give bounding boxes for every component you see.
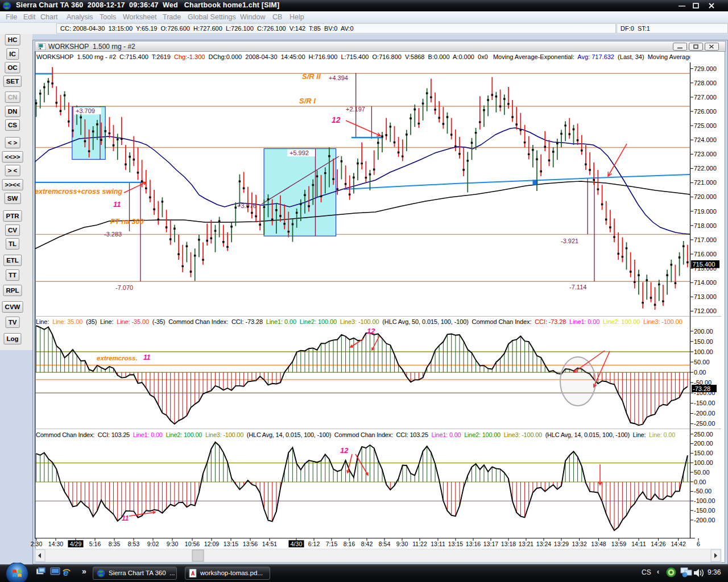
svg-text:-50.00: -50.00 (694, 488, 712, 494)
svg-text:716.000: 716.000 (694, 251, 717, 257)
svg-text:9:30: 9:30 (167, 541, 179, 547)
svg-text:13:15: 13:15 (224, 541, 238, 547)
svg-text:Line: Line: 35.00 (35) Line: Line: Line: 35.00 (35) Line: Line: -35.0… (36, 318, 682, 325)
svg-text:13:32: 13:32 (572, 541, 586, 547)
svg-text:13:59: 13:59 (611, 541, 626, 547)
svg-text:13:21: 13:21 (519, 541, 533, 547)
svg-text:2:30: 2:30 (31, 541, 43, 547)
svg-text:-150.00: -150.00 (694, 400, 715, 406)
svg-text:14:11: 14:11 (631, 541, 646, 547)
svg-text:726.000: 726.000 (694, 108, 717, 115)
svg-text:13:48: 13:48 (591, 541, 606, 547)
svg-text:-100.00: -100.00 (694, 497, 715, 504)
svg-text:»: » (82, 567, 86, 576)
svg-text:718.000: 718.000 (694, 222, 717, 229)
svg-text:13:15: 13:15 (448, 541, 463, 547)
svg-text:4/30: 4/30 (291, 541, 303, 547)
svg-text:725.000: 725.000 (694, 122, 717, 129)
svg-text:4/29: 4/29 (70, 541, 82, 547)
svg-text:719.000: 719.000 (694, 208, 717, 215)
svg-text:6:12: 6:12 (308, 541, 320, 547)
svg-text:0.00: 0.00 (694, 369, 706, 376)
svg-text:14:42: 14:42 (671, 541, 685, 547)
svg-text:10:56: 10:56 (185, 541, 200, 547)
svg-text:50.00: 50.00 (694, 469, 710, 476)
svg-text:100.00: 100.00 (694, 459, 713, 466)
svg-text:714.000: 714.000 (694, 279, 717, 286)
svg-text:13:18: 13:18 (501, 541, 516, 547)
svg-text:-7.114: -7.114 (569, 284, 586, 290)
svg-text:PT na 300: PT na 300 (110, 218, 143, 226)
svg-text:12:09: 12:09 (204, 541, 219, 547)
svg-text:715.400: 715.400 (693, 261, 715, 268)
svg-text:100.00: 100.00 (694, 348, 713, 355)
svg-text:7:15: 7:15 (326, 541, 338, 547)
svg-text:14:30: 14:30 (48, 541, 63, 547)
svg-text:724.000: 724.000 (694, 136, 717, 143)
svg-text:712.000: 712.000 (694, 307, 717, 314)
svg-text:713.000: 713.000 (694, 293, 717, 300)
svg-text:11: 11 (122, 514, 129, 522)
svg-text:+5.992: +5.992 (289, 149, 309, 156)
svg-text:13:24: 13:24 (536, 541, 551, 547)
svg-text:8:54: 8:54 (379, 541, 391, 547)
svg-text:e: e (63, 567, 68, 578)
svg-text:+2.197: +2.197 (346, 106, 365, 113)
svg-text:+3.709: +3.709 (76, 107, 95, 114)
svg-text:13:29: 13:29 (554, 541, 569, 547)
svg-text:50.00: 50.00 (694, 359, 710, 365)
svg-text:12: 12 (332, 115, 341, 124)
svg-text:200.00: 200.00 (694, 440, 713, 447)
svg-text:8:53: 8:53 (128, 541, 140, 547)
svg-text:727.000: 727.000 (694, 94, 717, 101)
svg-text:721.000: 721.000 (694, 179, 717, 186)
svg-text:150.00: 150.00 (694, 338, 713, 345)
svg-text:+3.076: +3.076 (237, 202, 257, 209)
svg-text:11: 11 (113, 200, 121, 209)
svg-text:+4.394: +4.394 (329, 74, 348, 81)
svg-text:Commod Chan Index: CCI: 103.2: Commod Chan Index: CCI: 103.25 Line1: 0.… (36, 431, 675, 438)
svg-text:728.000: 728.000 (694, 80, 717, 86)
svg-text:-7.070: -7.070 (115, 284, 133, 291)
svg-text:6: 6 (697, 541, 700, 547)
svg-text:extremcross.: extremcross. (97, 355, 138, 361)
svg-text:11: 11 (143, 354, 151, 361)
svg-text:14:26: 14:26 (651, 541, 665, 547)
svg-text:720.000: 720.000 (694, 193, 717, 200)
svg-text:723.000: 723.000 (694, 151, 717, 157)
svg-text:200.00: 200.00 (694, 328, 713, 335)
svg-text:-3.283: -3.283 (104, 231, 122, 238)
svg-text:5:16: 5:16 (89, 541, 101, 547)
svg-text:-200.00: -200.00 (694, 517, 715, 523)
svg-text:-150.00: -150.00 (694, 507, 715, 514)
svg-text:13:17: 13:17 (483, 541, 498, 547)
svg-text:12: 12 (367, 327, 375, 335)
svg-text:9:30: 9:30 (396, 541, 408, 547)
svg-text:150.00: 150.00 (694, 450, 713, 456)
svg-text:-3.921: -3.921 (561, 238, 578, 244)
svg-text:13:11: 13:11 (431, 541, 445, 547)
svg-text:WORKSHOP 1.500 rng - #2 C:71: WORKSHOP 1.500 rng - #2 C:715.400 T:2619… (36, 53, 698, 60)
svg-text:717.000: 717.000 (694, 236, 717, 243)
svg-text:250.00: 250.00 (694, 431, 713, 438)
svg-text:722.000: 722.000 (694, 165, 717, 172)
svg-text:extremcross+cross swing: extremcross+cross swing (35, 188, 122, 196)
svg-text:-200.00: -200.00 (694, 410, 715, 417)
svg-text:0.00: 0.00 (694, 479, 706, 485)
svg-text:8:42: 8:42 (361, 541, 373, 547)
svg-text:S/R I: S/R I (299, 97, 316, 105)
svg-text:-250.00: -250.00 (694, 420, 715, 427)
svg-text:11:22: 11:22 (412, 541, 427, 547)
svg-text:12: 12 (340, 446, 349, 455)
svg-text:13:56: 13:56 (243, 541, 258, 547)
svg-text:S/R II: S/R II (302, 72, 321, 81)
svg-text:13:16: 13:16 (466, 541, 481, 547)
svg-text:8:35: 8:35 (109, 541, 121, 547)
svg-text:9:02: 9:02 (147, 541, 159, 547)
svg-text:729.000: 729.000 (694, 65, 717, 72)
svg-text:-73.28: -73.28 (693, 385, 710, 392)
svg-text:14:51: 14:51 (262, 541, 277, 547)
svg-text:8:16: 8:16 (344, 541, 355, 547)
